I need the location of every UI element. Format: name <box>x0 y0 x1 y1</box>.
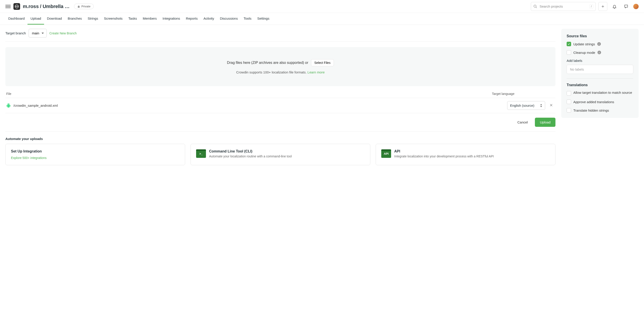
cleanup-mode-checkbox[interactable] <box>567 50 571 55</box>
tab-members[interactable]: Members <box>140 13 160 24</box>
tab-activity[interactable]: Activity <box>200 13 217 24</box>
card-cli[interactable]: >_ Command Line Tool (CLI) Automate your… <box>190 144 370 165</box>
menu-icon[interactable] <box>5 4 11 9</box>
remove-file-button[interactable] <box>548 103 554 108</box>
check-icon <box>568 43 570 45</box>
info-icon[interactable]: i <box>598 51 601 54</box>
search-icon <box>533 4 537 8</box>
tab-screenshots[interactable]: Screenshots <box>101 13 126 24</box>
allow-match-label: Allow target translation to match source <box>573 91 632 94</box>
add-labels-title: Add labels <box>567 59 633 62</box>
translate-hidden-label: Translate hidden strings <box>573 109 609 112</box>
breadcrumb[interactable]: m.ross / Umbrella … <box>23 3 70 9</box>
bell-icon <box>612 4 617 9</box>
update-strings-checkbox[interactable] <box>567 42 571 46</box>
upload-button[interactable]: Upload <box>535 118 556 127</box>
labels-input[interactable]: No labels <box>567 65 633 74</box>
dropzone-text: Drag files here (ZIP archives are also s… <box>227 61 308 65</box>
tab-download[interactable]: Download <box>44 13 65 24</box>
nav-tabs: Dashboard Upload Download Branches Strin… <box>0 13 644 25</box>
search-box[interactable]: / <box>531 2 596 11</box>
private-badge: Private <box>74 3 94 9</box>
tab-settings[interactable]: Settings <box>254 13 272 24</box>
table-row: /crowdin_sample_android.xml English (sou… <box>5 98 556 113</box>
dropzone-subtext: Crowdin supports 100+ localization file … <box>236 70 308 74</box>
tab-dashboard[interactable]: Dashboard <box>5 13 28 24</box>
tab-tools[interactable]: Tools <box>240 13 254 24</box>
notifications-button[interactable] <box>610 2 619 11</box>
tab-discussions[interactable]: Discussions <box>217 13 240 24</box>
header: m.ross / Umbrella … Private / <box>0 0 644 13</box>
search-shortcut: / <box>590 4 593 8</box>
plus-icon <box>601 5 605 8</box>
card-api[interactable]: API API Integrate localization into your… <box>376 144 556 165</box>
col-file-header: File <box>6 92 492 96</box>
close-icon <box>550 104 553 107</box>
info-icon[interactable]: i <box>597 42 601 46</box>
automate-title: Automate your uploads <box>5 137 556 141</box>
language-select[interactable]: English (source) <box>507 101 545 110</box>
lock-icon <box>77 5 80 8</box>
tab-strings[interactable]: Strings <box>85 13 101 24</box>
search-input[interactable] <box>540 4 587 8</box>
update-strings-label: Update strings <box>573 42 595 46</box>
dropzone[interactable]: Drag files here (ZIP archives are also s… <box>5 47 556 86</box>
allow-match-checkbox[interactable] <box>567 91 571 96</box>
source-files-title: Source files <box>567 34 633 38</box>
translate-hidden-checkbox[interactable] <box>567 108 571 113</box>
svg-line-2 <box>536 7 537 8</box>
tab-integrations[interactable]: Integrations <box>160 13 183 24</box>
plus-button[interactable] <box>598 2 607 11</box>
approve-added-checkbox[interactable] <box>567 100 571 104</box>
android-icon <box>6 103 11 108</box>
tab-upload[interactable]: Upload <box>28 13 44 24</box>
sort-icon <box>540 104 542 107</box>
explore-integrations-link[interactable]: Explore 500+ integrations <box>11 156 180 160</box>
avatar[interactable] <box>633 4 639 9</box>
branch-select[interactable]: main <box>28 29 47 37</box>
tab-reports[interactable]: Reports <box>183 13 200 24</box>
learn-more-link[interactable]: Learn more <box>308 70 325 74</box>
sidebar: Source files Update strings i Cleanup mo… <box>561 29 639 118</box>
action-row: Cancel Upload <box>5 113 556 131</box>
tab-branches[interactable]: Branches <box>65 13 85 24</box>
svg-point-1 <box>534 5 536 7</box>
select-files-button[interactable]: Select Files <box>311 59 334 66</box>
message-icon <box>624 4 628 9</box>
create-branch-link[interactable]: Create New Branch <box>50 31 77 35</box>
messages-button[interactable] <box>622 2 630 11</box>
file-path: /crowdin_sample_android.xml <box>14 104 504 107</box>
app-logo[interactable] <box>14 3 20 10</box>
automate-cards: Set Up Integration Explore 500+ integrat… <box>5 144 556 165</box>
target-branch-label: Target branch <box>5 31 26 35</box>
card-integration[interactable]: Set Up Integration Explore 500+ integrat… <box>5 144 185 165</box>
translations-title: Translations <box>567 83 633 87</box>
api-icon: API <box>381 149 391 158</box>
tab-tasks[interactable]: Tasks <box>126 13 140 24</box>
col-lang-header: Target language <box>492 92 554 96</box>
branch-row: Target branch main Create New Branch <box>5 29 556 42</box>
cancel-button[interactable]: Cancel <box>514 118 532 126</box>
approve-added-label: Approve added translations <box>573 100 614 104</box>
cli-icon: >_ <box>196 149 206 158</box>
file-table: File Target language /crowdin_sample_and… <box>5 90 556 113</box>
cleanup-mode-label: Cleanup mode <box>573 51 595 54</box>
